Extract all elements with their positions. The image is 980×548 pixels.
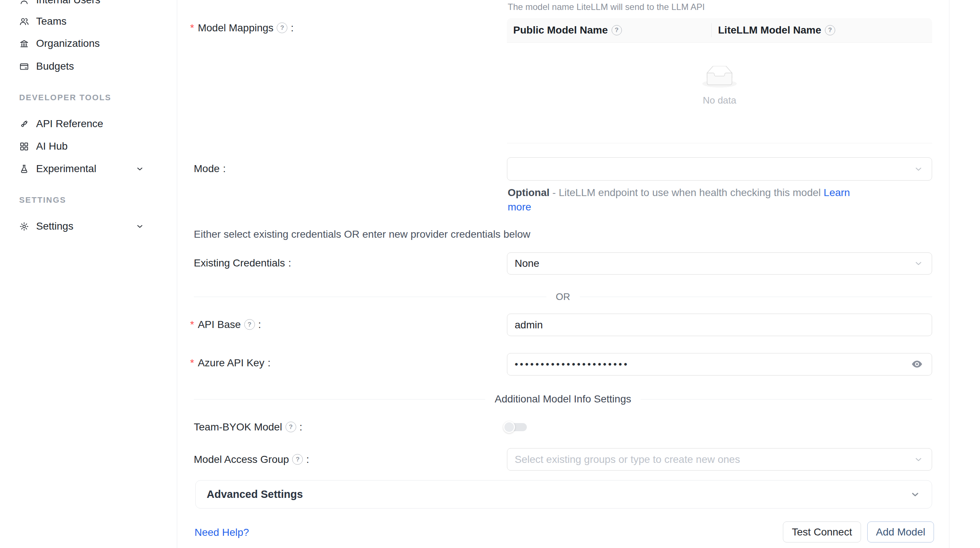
help-circle-icon[interactable]: ? (286, 422, 296, 432)
advanced-settings-title: Advanced Settings (207, 488, 303, 500)
model-mappings-label: * Model Mappings ? : (190, 22, 294, 33)
api-base-input[interactable] (508, 314, 932, 336)
eye-icon[interactable] (910, 357, 924, 371)
help-circle-icon[interactable]: ? (244, 319, 255, 330)
api-base-label: * API Base ? : (190, 319, 261, 330)
additional-info-divider: Additional Model Info Settings (194, 393, 932, 405)
required-asterisk: * (190, 23, 194, 33)
api-plug-icon (19, 119, 29, 129)
mode-label: Mode : (194, 164, 226, 174)
learn-more-link[interactable]: more (508, 201, 531, 213)
sidebar-item-label: Budgets (36, 61, 74, 72)
sidebar-item-settings[interactable]: Settings (19, 218, 145, 234)
chevron-down-icon (913, 454, 924, 465)
or-divider: OR (194, 291, 932, 303)
test-connect-button[interactable]: Test Connect (783, 521, 861, 542)
sidebar-item-teams[interactable]: Teams (19, 13, 145, 29)
learn-more-link[interactable]: Learn (824, 187, 850, 198)
chevron-down-icon (910, 489, 921, 500)
sidebar-item-label: Internal Users (36, 0, 100, 6)
sidebar-item-label: Organizations (36, 38, 100, 49)
sidebar: Internal Users Teams Organizations Budge… (0, 0, 177, 548)
sidebar-item-budgets[interactable]: Budgets (19, 58, 145, 75)
user-icon (19, 0, 29, 5)
sidebar-item-label: Teams (36, 16, 66, 27)
sidebar-item-ai-hub[interactable]: AI Hub (19, 138, 145, 155)
model-access-group-select[interactable] (507, 448, 932, 471)
gear-icon (19, 221, 29, 231)
advanced-settings-panel[interactable]: Advanced Settings (195, 480, 932, 508)
add-model-page: Internal Users Teams Organizations Budge… (0, 0, 980, 548)
model-access-group-input[interactable] (508, 449, 932, 470)
help-circle-icon[interactable]: ? (612, 25, 622, 35)
table-header-public-model-name: Public Model Name ? (507, 24, 711, 36)
existing-credentials-label: Existing Credentials : (194, 258, 291, 268)
api-base-field (507, 314, 932, 336)
need-help-link[interactable]: Need Help? (194, 527, 249, 538)
toggle-thumb (503, 421, 515, 433)
model-name-helper-caption: The model name LiteLLM will send to the … (508, 2, 705, 12)
teams-icon (19, 17, 29, 27)
flask-icon (19, 164, 29, 174)
team-byok-label: Team-BYOK Model ? : (194, 422, 302, 432)
add-model-button[interactable]: Add Model (867, 521, 934, 542)
sidebar-item-experimental[interactable]: Experimental (19, 161, 145, 177)
chevron-down-icon (913, 258, 924, 269)
team-byok-toggle[interactable] (503, 421, 528, 433)
chevron-down-icon (135, 222, 145, 231)
mode-helper-text: Optional - LiteLLM endpoint to use when … (508, 185, 850, 214)
bank-icon (19, 39, 29, 49)
sidebar-item-internal-users[interactable]: Internal Users (19, 0, 145, 8)
panel-right-edge (949, 0, 950, 548)
chevron-down-icon (913, 164, 924, 174)
sidebar-section-developer-tools: DEVELOPER TOOLS (19, 93, 111, 102)
empty-box-icon (702, 66, 737, 88)
sidebar-item-label: Experimental (36, 163, 96, 175)
table-header-row: Public Model Name ? LiteLLM Model Name ? (507, 18, 932, 43)
azure-api-key-input[interactable] (508, 354, 932, 375)
table-header-litellm-model-name: LiteLLM Model Name ? (712, 24, 835, 36)
help-circle-icon[interactable]: ? (292, 454, 303, 465)
sidebar-item-label: AI Hub (36, 140, 68, 152)
credentials-note: Either select existing credentials OR en… (194, 229, 531, 239)
grid-icon (19, 142, 29, 151)
sidebar-item-label: Settings (36, 220, 73, 232)
azure-api-key-field (507, 353, 932, 376)
chevron-down-icon (135, 164, 145, 174)
no-data-text: No data (507, 95, 932, 106)
model-mappings-table: Public Model Name ? LiteLLM Model Name ?… (507, 18, 932, 143)
azure-api-key-label: * Azure API Key : (190, 358, 270, 368)
sidebar-section-settings: SETTINGS (19, 195, 66, 205)
sidebar-item-api-reference[interactable]: API Reference (19, 116, 145, 132)
credit-card-icon (19, 62, 29, 72)
sidebar-item-organizations[interactable]: Organizations (19, 35, 145, 52)
required-asterisk: * (190, 358, 194, 368)
sidebar-item-label: API Reference (36, 118, 103, 130)
required-asterisk: * (190, 320, 194, 330)
table-empty-state: No data (507, 66, 932, 106)
help-circle-icon[interactable]: ? (277, 22, 287, 33)
mode-select[interactable] (507, 158, 932, 181)
model-access-group-label: Model Access Group ? : (194, 454, 309, 465)
help-circle-icon[interactable]: ? (825, 25, 835, 35)
existing-credentials-select[interactable]: None (507, 252, 932, 274)
